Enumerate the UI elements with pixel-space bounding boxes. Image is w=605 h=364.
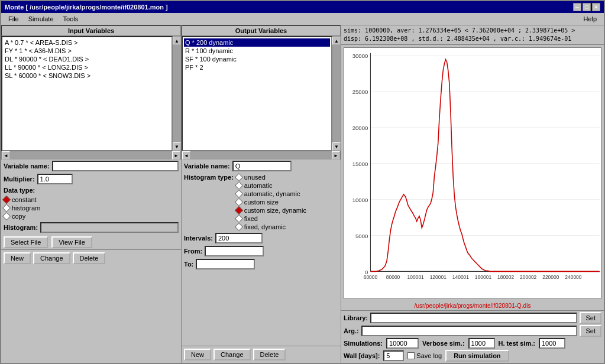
left-change-button[interactable]: Change bbox=[33, 252, 70, 264]
save-log-checkbox[interactable] bbox=[407, 352, 415, 359]
ht-automatic-dynamic-icon bbox=[235, 190, 243, 198]
to-input[interactable] bbox=[196, 259, 255, 269]
left-new-button[interactable]: New bbox=[4, 252, 31, 264]
save-log-item[interactable]: Save log bbox=[407, 352, 442, 359]
list-item[interactable]: A * 0.7 * < AREA-S.DIS > bbox=[4, 38, 170, 47]
run-simulation-button[interactable]: Run simulation bbox=[445, 350, 509, 362]
ht-automatic-icon bbox=[235, 181, 243, 190]
output-list-item-sf[interactable]: SF * 100 dynamic bbox=[184, 55, 330, 63]
ht-automatic[interactable]: automatic bbox=[236, 182, 306, 189]
output-list-item-pf[interactable]: PF * 2 bbox=[184, 63, 330, 72]
middle-bottom-buttons: New Change Delete bbox=[182, 346, 341, 363]
ht-automatic-dynamic[interactable]: automatic, dynamic bbox=[236, 190, 306, 197]
maximize-button[interactable]: □ bbox=[583, 3, 591, 11]
output-variables-list[interactable]: Q * 200 dynamic R * 100 dynamic SF * 100… bbox=[182, 36, 332, 151]
svg-text:180002: 180002 bbox=[497, 274, 514, 280]
output-list-scrollbar[interactable]: ▲ ▼ bbox=[332, 36, 341, 151]
close-button[interactable]: × bbox=[592, 3, 600, 11]
list-item[interactable]: LL * 90000 * < LONG2.DIS > bbox=[4, 63, 170, 72]
file-buttons: Select File View File bbox=[1, 234, 181, 249]
select-file-button[interactable]: Select File bbox=[4, 236, 48, 248]
ht-custom-size-dynamic[interactable]: custom size, dynamic bbox=[236, 207, 306, 214]
histogram-type-label: Histogram type: bbox=[184, 174, 234, 181]
svg-text:30000: 30000 bbox=[352, 53, 368, 59]
arg-input[interactable] bbox=[361, 326, 578, 336]
multiplier-input[interactable] bbox=[37, 174, 73, 184]
ht-unused-icon bbox=[235, 173, 243, 181]
verbose-sim-label: Verbose sim.: bbox=[422, 340, 465, 347]
list-item[interactable]: SL * 60000 * < SNOW3.DIS > bbox=[4, 72, 170, 80]
svg-text:25000: 25000 bbox=[352, 89, 368, 95]
title-text: Monte [ /usr/people/jirka/progs/monte/if… bbox=[5, 4, 168, 11]
menu-help[interactable]: Help bbox=[578, 14, 601, 24]
stats-line1: sims: 1000000, aver: 1.276334e+05 < 7.36… bbox=[344, 27, 601, 35]
left-panel: Input Variables A * 0.7 * < AREA-S.DIS >… bbox=[1, 25, 182, 363]
middle-delete-button[interactable]: Delete bbox=[253, 349, 286, 360]
ht-fixed[interactable]: fixed bbox=[236, 215, 306, 222]
ht-custom-size-dynamic-label: custom size, dynamic bbox=[244, 207, 306, 214]
simulations-label: Simulations: bbox=[344, 340, 383, 347]
library-input[interactable] bbox=[370, 313, 578, 323]
multiplier-row: Multiplier: bbox=[1, 173, 181, 186]
variable-name-input[interactable] bbox=[52, 161, 179, 171]
verbose-sim-input[interactable] bbox=[468, 338, 495, 349]
output-list-item-q[interactable]: Q * 200 dynamic bbox=[184, 38, 330, 47]
input-variables-list[interactable]: A * 0.7 * < AREA-S.DIS > FY * 1 * < A36-… bbox=[1, 36, 173, 151]
middle-change-button[interactable]: Change bbox=[213, 349, 251, 360]
input-list-scrollbar[interactable]: ▲ ▼ bbox=[173, 36, 181, 151]
intervals-label: Intervals: bbox=[184, 235, 213, 242]
view-file-button[interactable]: View File bbox=[51, 236, 92, 248]
left-delete-button[interactable]: Delete bbox=[73, 252, 106, 264]
multiplier-label: Multiplier: bbox=[4, 176, 35, 183]
wall-row: Wall [days]: Save log Run simulation bbox=[344, 350, 601, 362]
ht-unused[interactable]: unused bbox=[236, 174, 306, 181]
ht-fixed-label: fixed bbox=[244, 215, 258, 222]
ht-custom-size-dynamic-icon bbox=[235, 206, 243, 214]
output-variable-name-input[interactable] bbox=[232, 161, 292, 171]
scroll-down-btn[interactable]: ▼ bbox=[332, 142, 341, 151]
scroll-right-btn[interactable]: ► bbox=[332, 151, 340, 160]
scroll-up-btn[interactable]: ▲ bbox=[332, 37, 341, 45]
wall-days-input[interactable] bbox=[383, 350, 404, 361]
output-list-hscroll[interactable]: ◄ ► bbox=[182, 151, 341, 160]
middle-new-button[interactable]: New bbox=[184, 349, 211, 360]
input-list-hscroll[interactable]: ◄ ► bbox=[1, 151, 181, 160]
scroll-right-btn[interactable]: ► bbox=[172, 151, 180, 160]
histogram-type-group: unused automatic automatic, dynamic cust… bbox=[236, 174, 306, 230]
radio-histogram[interactable]: histogram bbox=[4, 204, 179, 212]
list-item[interactable]: FY * 1 * < A36-M.DIS > bbox=[4, 47, 170, 55]
data-type-label: Data type: bbox=[4, 187, 35, 194]
menu-file[interactable]: File bbox=[4, 14, 24, 24]
menu-tools[interactable]: Tools bbox=[59, 14, 83, 24]
list-item[interactable]: DL * 90000 * < DEAD1.DIS > bbox=[4, 55, 170, 63]
title-bar: Monte [ /usr/people/jirka/progs/monte/if… bbox=[1, 1, 604, 13]
svg-text:80000: 80000 bbox=[386, 274, 400, 280]
radio-constant[interactable]: constant bbox=[4, 196, 179, 203]
data-type-row: Data type: bbox=[1, 186, 181, 195]
output-list-item-r[interactable]: R * 100 dynamic bbox=[184, 47, 330, 55]
ht-fixed-dynamic[interactable]: fixed, dynamic bbox=[236, 223, 306, 230]
from-label: From: bbox=[184, 248, 202, 255]
save-log-label: Save log bbox=[416, 352, 442, 359]
ht-fixed-icon bbox=[235, 214, 243, 223]
ht-custom-size[interactable]: custom size bbox=[236, 199, 306, 206]
menu-simulate[interactable]: Simulate bbox=[24, 14, 59, 24]
scroll-down-btn[interactable]: ▼ bbox=[173, 142, 181, 151]
intervals-input[interactable] bbox=[215, 233, 263, 243]
library-set-button[interactable]: Set bbox=[580, 312, 601, 324]
input-variables-header: Input Variables bbox=[1, 25, 181, 36]
scroll-htrack bbox=[10, 151, 172, 160]
window-controls: ─ □ × bbox=[573, 3, 600, 11]
arg-set-button[interactable]: Set bbox=[580, 325, 601, 337]
left-bottom-buttons: New Change Delete bbox=[1, 249, 181, 266]
scroll-left-btn[interactable]: ◄ bbox=[2, 151, 10, 160]
svg-text:220000: 220000 bbox=[542, 274, 559, 280]
minimize-button[interactable]: ─ bbox=[573, 3, 581, 11]
radio-copy[interactable]: copy bbox=[4, 213, 179, 220]
scroll-track bbox=[173, 45, 181, 142]
h-test-sim-input[interactable] bbox=[539, 338, 565, 349]
from-input[interactable] bbox=[205, 246, 264, 256]
scroll-left-btn[interactable]: ◄ bbox=[182, 151, 190, 160]
scroll-up-btn[interactable]: ▲ bbox=[173, 37, 181, 45]
simulations-input[interactable] bbox=[386, 338, 419, 349]
